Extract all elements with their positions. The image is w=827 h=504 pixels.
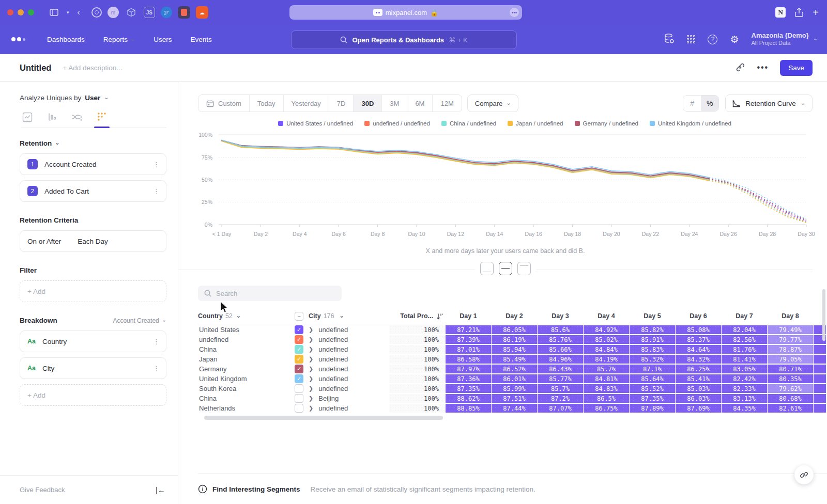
extension-m-icon[interactable]: m xyxy=(108,7,119,18)
retention-cell[interactable]: 85.7% xyxy=(538,384,583,393)
collapse-sidebar-icon[interactable]: |← xyxy=(156,485,165,494)
extension-bird-icon[interactable]: 🕊 xyxy=(161,7,172,18)
retention-cell[interactable]: 88.62% xyxy=(446,394,491,403)
retention-step-2[interactable]: 2Added To Cart⋮ xyxy=(20,180,166,202)
column-header-day-4[interactable]: Day 4 xyxy=(584,308,629,324)
view-chart-only-button[interactable] xyxy=(480,262,494,275)
unit-percent-button[interactable]: % xyxy=(701,96,718,111)
checked-checkbox[interactable]: ✓ xyxy=(295,325,303,334)
checked-checkbox[interactable]: ✓ xyxy=(295,335,303,344)
column-header-day-6[interactable]: Day 6 xyxy=(676,308,721,324)
retention-curve-plot[interactable] xyxy=(216,132,813,230)
retention-cell[interactable]: 85.76% xyxy=(538,335,583,344)
retention-cell[interactable]: 85.41% xyxy=(676,374,721,383)
row-country[interactable]: China xyxy=(198,394,294,403)
retention-cell[interactable]: 86.01% xyxy=(492,374,537,383)
criteria-each-day[interactable]: Each Day xyxy=(78,238,108,245)
retention-cell[interactable]: 87.01% xyxy=(446,345,491,354)
retention-cell[interactable]: 85.08% xyxy=(676,325,721,334)
range-7d[interactable]: 7D xyxy=(329,95,354,112)
expand-chevron-icon[interactable]: ❯ xyxy=(309,346,313,353)
column-header-day-8[interactable]: Day 8 xyxy=(768,308,813,324)
analyze-entity-dropdown[interactable]: User xyxy=(85,94,100,102)
criteria-on-or-after[interactable]: On or After xyxy=(27,238,61,245)
range-12m[interactable]: 12M xyxy=(433,95,461,112)
row-country[interactable]: South Korea xyxy=(198,384,294,393)
retention-cell[interactable]: 87.35% xyxy=(630,394,675,403)
column-header-day-2[interactable]: Day 2 xyxy=(492,308,537,324)
settings-gear-icon[interactable]: ⚙ xyxy=(730,34,739,45)
retention-cell[interactable]: 87.89% xyxy=(630,404,675,413)
range-6m[interactable]: 6M xyxy=(407,95,433,112)
row-country[interactable]: China xyxy=(198,345,294,354)
mixpanel-logo[interactable] xyxy=(11,37,25,41)
retention-cell[interactable]: 84.84% xyxy=(584,345,629,354)
retention-cell[interactable]: 84.19% xyxy=(584,355,629,364)
expand-chevron-icon[interactable]: ❯ xyxy=(309,385,313,392)
retention-cell[interactable]: 87.21% xyxy=(446,325,491,334)
retention-cell[interactable]: 85.82% xyxy=(630,325,675,334)
add-description-field[interactable]: + Add description... xyxy=(63,64,122,72)
maximize-window-button[interactable] xyxy=(28,9,34,15)
retention-cell[interactable]: 87.07% xyxy=(538,404,583,413)
retention-cell[interactable]: 82.56% xyxy=(722,335,767,344)
column-header-total[interactable]: Total Pro... xyxy=(389,308,445,324)
range-today[interactable]: Today xyxy=(250,95,284,112)
breakdown-city[interactable]: AaCity⋮ xyxy=(20,357,166,379)
column-header-day-7[interactable]: Day 7 xyxy=(722,308,767,324)
global-search-button[interactable]: Open Reports & Dashboards ⌘ + K xyxy=(291,30,517,49)
retention-cell[interactable]: 84.83% xyxy=(584,384,629,393)
vertical-scrollbar[interactable] xyxy=(822,289,825,341)
retention-cell[interactable]: 84.81% xyxy=(584,374,629,383)
minimize-window-button[interactable] xyxy=(18,9,24,15)
retention-cell[interactable]: 85.91% xyxy=(630,335,675,344)
extension-target-icon[interactable] xyxy=(91,7,102,18)
extension-soundcloud-icon[interactable]: ☁ xyxy=(196,6,208,19)
kebab-menu-icon[interactable]: ⋮ xyxy=(153,161,160,168)
share-link-floating-button[interactable] xyxy=(794,465,814,484)
retention-cell[interactable]: 84.35% xyxy=(722,404,767,413)
apps-grid-icon[interactable] xyxy=(687,35,695,43)
unchecked-checkbox[interactable] xyxy=(295,404,303,413)
retention-cell[interactable]: 86.43% xyxy=(538,365,583,373)
retention-cell[interactable]: 79.49% xyxy=(768,325,813,334)
retention-cell[interactable]: 87.39% xyxy=(446,335,491,344)
retention-cell[interactable]: 78.87% xyxy=(768,345,813,354)
kebab-menu-icon[interactable]: ⋮ xyxy=(153,338,160,345)
range-3m[interactable]: 3M xyxy=(382,95,407,112)
retention-cell[interactable]: 80.35% xyxy=(768,374,813,383)
select-all-checkbox[interactable]: – xyxy=(295,312,303,321)
retention-cell[interactable]: 82.33% xyxy=(722,384,767,393)
row-city[interactable]: ✓❯undefined xyxy=(295,365,389,373)
row-city[interactable]: ❯undefined xyxy=(295,384,389,393)
add-breakdown-button[interactable]: + Add xyxy=(20,384,166,406)
retention-cell[interactable]: 85.99% xyxy=(492,384,537,393)
legend-item[interactable]: China / undefined xyxy=(441,120,496,127)
breakdown-event-dropdown[interactable]: Account Created ⌄ xyxy=(113,317,166,324)
retention-cell[interactable]: 81.41% xyxy=(722,355,767,364)
back-icon[interactable]: ‹ xyxy=(78,8,80,17)
retention-cell[interactable]: 82.04% xyxy=(722,325,767,334)
find-segments-button[interactable]: Find Interesting Segments xyxy=(198,484,300,494)
expand-chevron-icon[interactable]: ❯ xyxy=(309,326,313,333)
report-title[interactable]: Untitled xyxy=(20,63,51,73)
retention-cell[interactable]: 87.2% xyxy=(538,394,583,403)
horizontal-scrollbar[interactable] xyxy=(204,416,443,420)
checked-checkbox[interactable]: ✓ xyxy=(295,365,303,373)
retention-cell[interactable]: 84.64% xyxy=(676,345,721,354)
retention-cell[interactable]: 85.64% xyxy=(630,374,675,383)
checked-checkbox[interactable]: ✓ xyxy=(295,345,303,354)
retention-section-label[interactable]: Retention xyxy=(20,139,52,147)
window-controls[interactable] xyxy=(7,9,34,15)
retention-cell[interactable]: 87.51% xyxy=(492,394,537,403)
row-country[interactable]: United Kingdom xyxy=(198,374,294,383)
column-header-day-1[interactable]: Day 1 xyxy=(446,308,491,324)
column-header-day-3[interactable]: Day 3 xyxy=(538,308,583,324)
retention-cell[interactable]: 79.62% xyxy=(768,384,813,393)
expand-chevron-icon[interactable]: ❯ xyxy=(309,405,313,412)
retention-cell[interactable]: 88.85% xyxy=(446,404,491,413)
retention-cell[interactable]: 87.69% xyxy=(676,404,721,413)
column-header-day-5[interactable]: Day 5 xyxy=(630,308,675,324)
retention-cell[interactable]: 86.5% xyxy=(584,394,629,403)
tab-insights[interactable] xyxy=(21,112,34,122)
